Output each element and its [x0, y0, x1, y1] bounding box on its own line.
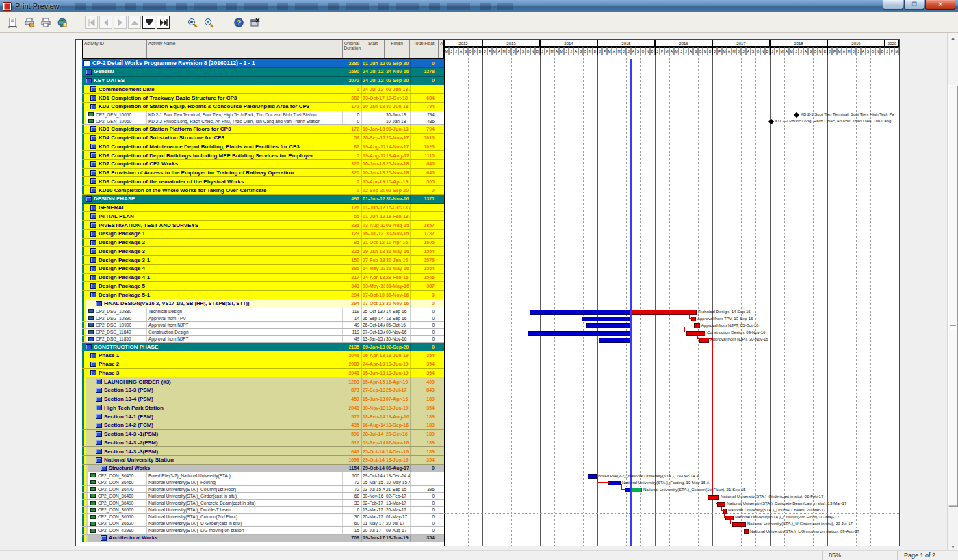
- print-button[interactable]: [38, 15, 53, 30]
- relationship-line: [684, 332, 687, 332]
- publish-button[interactable]: [55, 15, 70, 30]
- total-float-cell: 0: [411, 336, 439, 342]
- close-preview-button[interactable]: [248, 15, 263, 30]
- restore-button[interactable]: ❐: [904, 0, 924, 10]
- timescale-month: F: [775, 47, 779, 55]
- table-row: KD8 Provision of Access to the Employer …: [82, 169, 444, 178]
- activity-name-cell: Construction Design: [146, 329, 343, 335]
- table-row: Phase 32048 15-Jun-13 A 13-Jun-19 354: [82, 369, 444, 377]
- orig-duration-cell: 150: [343, 256, 362, 264]
- orig-duration-cell: 2046: [343, 351, 362, 360]
- orig-duration-cell: 87: [343, 142, 362, 150]
- wbs-band-icon: [96, 379, 102, 384]
- table-row: KD3 Completion of Station Platform Floor…: [82, 125, 444, 134]
- total-float-cell: 436: [411, 118, 439, 124]
- finish-cell: 25-Nov-18: [385, 169, 411, 177]
- timescale-month: J: [712, 47, 717, 55]
- gantt-bar: [694, 323, 700, 328]
- column-header-finish: Finish: [385, 40, 410, 58]
- total-float-cell: 0: [411, 77, 439, 85]
- wbs-band-icon: [96, 440, 102, 445]
- scroll-down-button[interactable]: ▼: [948, 542, 958, 551]
- page-down-button[interactable]: [142, 16, 155, 29]
- last-page-button[interactable]: [157, 16, 170, 29]
- horizontal-gridline: [439, 144, 899, 144]
- clipped-column-cell: [439, 527, 444, 533]
- total-float-cell: 0: [411, 329, 439, 335]
- horizontal-gridline: [439, 103, 899, 103]
- table-row: CP2_CON_36510 National University(STA.)_…: [82, 514, 444, 520]
- table-row: CP2_CON_36460 National University(STA.)_…: [82, 479, 444, 486]
- timescale-month: M: [492, 47, 497, 55]
- timescale-month: A: [554, 47, 559, 55]
- orig-duration-cell: 512: [343, 438, 362, 446]
- wbs-band-icon: [86, 344, 92, 349]
- vertical-scrollbar[interactable]: ▲ ▼: [947, 33, 958, 551]
- band-name-cell: General: [82, 68, 343, 76]
- finish-cell: 09-Aug-17: [385, 465, 411, 472]
- bar-label: National University(STA.)_Concrete Beam(…: [727, 501, 846, 506]
- clipped-column-cell: [439, 134, 444, 142]
- timescale-month: J: [741, 47, 746, 55]
- clipped-column-cell: [439, 59, 444, 67]
- gantt-bar: [588, 474, 597, 479]
- orig-duration-cell: 123: [343, 230, 362, 238]
- scrollbar-thumb[interactable]: [948, 85, 957, 506]
- finish-cell: 01-May-17: [385, 514, 411, 520]
- table-row: Design Package 4386 14-May-13 A 31-May-1…: [82, 265, 444, 274]
- title-bar: Print Preview — ❐ ✕: [0, 0, 958, 12]
- zoom-in-button[interactable]: [185, 15, 200, 30]
- finish-cell: 30-Nov-15: [385, 230, 411, 238]
- finish-cell: 09-Aug-17: [385, 527, 411, 533]
- page-up-button[interactable]: [128, 16, 141, 29]
- start-cell: 07-Oct-13 A: [362, 291, 385, 299]
- gantt-bar: [599, 338, 632, 343]
- activity-name-cell: National University(STA.)_L/G moving on …: [146, 527, 343, 533]
- timescale-month: O: [755, 47, 760, 55]
- table-row: Section 14-1 (PSM)576 18-Feb-14 A 19-Aug…: [82, 412, 444, 421]
- clipped-column-cell: [439, 111, 444, 118]
- timescale-month: M: [779, 47, 784, 55]
- wbs-band-icon: [96, 388, 102, 393]
- help-button[interactable]: ?: [231, 15, 246, 30]
- finish-cell: 13-Jun-19: [385, 369, 411, 377]
- timescale-year: 2015: [597, 40, 655, 47]
- clipped-column-cell: [439, 274, 444, 282]
- timescale-month: J: [827, 47, 832, 55]
- activity-icon: [90, 515, 96, 519]
- timescale-month: J: [454, 47, 458, 55]
- gantt-bar: [686, 331, 705, 336]
- print-setup-button[interactable]: [22, 15, 37, 30]
- svg-text:?: ?: [237, 18, 241, 26]
- relationship-line: [734, 524, 734, 540]
- table-row: KD9 Completion of the remainder of the P…: [82, 177, 444, 186]
- minimize-button[interactable]: —: [883, 0, 903, 10]
- start-cell: 03-Sep-14 A: [362, 438, 385, 446]
- timescale-month: O: [468, 47, 473, 55]
- total-float-cell: 0: [411, 322, 439, 328]
- close-button[interactable]: ✕: [925, 0, 955, 10]
- next-page-button[interactable]: [114, 16, 127, 29]
- timescale-month: D: [823, 47, 827, 55]
- first-page-button[interactable]: [85, 16, 98, 29]
- timescale-month: F: [602, 47, 607, 55]
- zoom-level: 85%: [823, 551, 898, 560]
- clipped-column-cell: [439, 160, 444, 168]
- timescale-month: J: [506, 47, 511, 55]
- table-row: Section 14-3 -2(FSM)512 03-Sep-14 A 07-N…: [82, 438, 444, 447]
- activity-icon: [90, 473, 96, 477]
- timescale-month: M: [664, 47, 669, 55]
- table-row: Section 14-2 (FCM)435 16-Aug-14 A 13-Sep…: [82, 421, 444, 430]
- scroll-up-button[interactable]: ▲: [948, 33, 958, 42]
- start-cell: 24-Jul-12 A: [362, 68, 385, 76]
- zoom-out-button[interactable]: [201, 15, 216, 30]
- prev-page-button[interactable]: [99, 16, 112, 29]
- table-row: CP2_CON_36470 National University(STA.)_…: [82, 486, 444, 493]
- total-float-cell: [411, 85, 439, 94]
- page-setup-button[interactable]: [5, 15, 21, 30]
- start-cell: 09-Jan-13 A: [362, 343, 385, 351]
- horizontal-gridline: [439, 308, 899, 308]
- clipped-column-cell: [439, 204, 444, 212]
- band-name-cell: High Tech Park Station: [86, 403, 343, 412]
- bar-label: Approval from NJPT, 30-Nov-16: [710, 337, 768, 342]
